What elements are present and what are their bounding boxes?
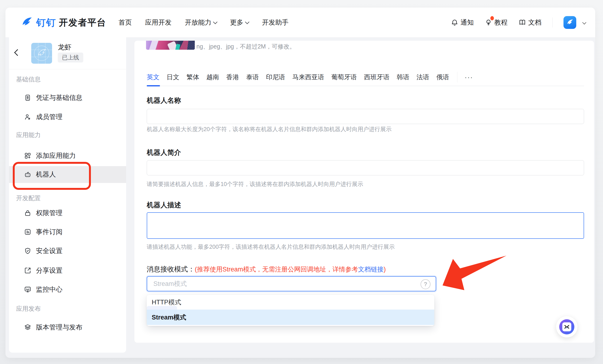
doc-link[interactable]: 文档链接 [358, 265, 384, 274]
layers-icon [24, 323, 32, 331]
robot-name-input[interactable] [147, 109, 584, 124]
wing-watermark-icon [36, 48, 47, 59]
lock-icon [24, 209, 32, 217]
tab-russian[interactable]: 俄语 [436, 73, 449, 82]
robot-icon [24, 170, 32, 178]
help-icon[interactable]: ? [420, 279, 430, 289]
tab-french[interactable]: 法语 [417, 73, 429, 82]
message-mode-label: 消息接收模式： [147, 265, 195, 274]
top-navbar: 钉钉 开发者平台 首页 应用开发 开放能力 更多 开发助手 通知 [5, 8, 595, 38]
robot-avatar-image[interactable] [146, 41, 195, 50]
message-mode-note-close: ) [384, 266, 386, 273]
nav-item-app-dev[interactable]: 应用开发 [145, 18, 172, 27]
sidebar-app-header: 龙虾 已上线 [9, 37, 126, 69]
brand-name: 钉钉 [36, 16, 56, 29]
robot-description-label: 机器人描述 [147, 200, 181, 210]
robot-name-helper: 机器人名称最大长度为20个字符，该名称将在机器人名片信息和群内添加机器人时向用户… [147, 125, 392, 133]
nav-item-open-capability[interactable]: 开放能力 [185, 18, 217, 27]
main-content-card: ng、jpeg、jpg，不超过2M，可修改。 英文 日文 繁体 越南 香港 泰语… [134, 41, 594, 343]
app-status-badge: 已上线 [58, 53, 83, 62]
sidebar-item-security[interactable]: 安全设置 [9, 243, 126, 258]
notification-dot [490, 16, 494, 20]
customer-service-widget[interactable] [556, 316, 578, 338]
select-placeholder: Stream模式 [153, 280, 187, 288]
sidebar-item-share-settings[interactable]: 分享设置 [9, 263, 126, 278]
account-caret-icon[interactable] [582, 21, 586, 25]
tab-japanese[interactable]: 日文 [167, 73, 179, 82]
tab-portuguese[interactable]: 葡萄牙语 [331, 73, 357, 82]
back-chevron-icon[interactable] [14, 49, 21, 56]
app-window: 钉钉 开发者平台 首页 应用开发 开放能力 更多 开发助手 通知 [5, 8, 595, 358]
share-icon [24, 267, 32, 275]
tab-korean[interactable]: 韩语 [397, 73, 409, 82]
tab-indonesian[interactable]: 印尼语 [266, 73, 285, 82]
brand-suffix: 开发者平台 [59, 17, 106, 29]
notifications-button[interactable]: 通知 [451, 18, 474, 27]
sidebar-item-robot[interactable]: 机器人 [9, 167, 126, 182]
robot-intro-label: 机器人简介 [147, 148, 181, 157]
sidebar-item-version-release[interactable]: 版本管理与发布 [9, 320, 126, 335]
tab-english[interactable]: 英文 [147, 73, 160, 82]
app-name: 龙虾 [58, 43, 71, 52]
message-mode-select[interactable]: Stream模式 ? [147, 276, 436, 291]
tab-traditional[interactable]: 繁体 [186, 73, 199, 82]
language-tabs: 英文 日文 繁体 越南 香港 泰语 印尼语 马来西亚语 葡萄牙语 西班牙语 韩语… [147, 69, 584, 86]
robot-intro-input[interactable] [147, 160, 584, 175]
option-http-mode[interactable]: HTTP模式 [147, 295, 434, 310]
robot-intro-helper: 请简要描述机器人信息，最多10个字符，该描述将在群内添加机器人时向用户进行展示 [147, 180, 363, 188]
active-tab-indicator [147, 85, 160, 86]
chevron-down-icon [213, 20, 217, 24]
tutorial-button[interactable]: 教程 [485, 18, 508, 27]
monitor-chart-icon [24, 285, 32, 294]
add-capability-icon [24, 152, 32, 160]
book-icon [519, 19, 526, 26]
section-app-release: 应用发布 [16, 305, 41, 313]
docs-button[interactable]: 文档 [519, 18, 542, 27]
members-icon [24, 113, 32, 121]
avatar-upload-note: ng、jpeg、jpg，不超过2M，可修改。 [197, 43, 295, 50]
robot-description-helper: 请描述机器人功能，最多200字符，该描述将在机器人名片信息和群内添加机器人时向用… [147, 243, 395, 251]
nav-item-more[interactable]: 更多 [230, 18, 249, 27]
tab-thai[interactable]: 泰语 [246, 73, 259, 82]
widget-gradient-ring [559, 319, 574, 334]
divider [552, 18, 553, 27]
nav-item-home[interactable]: 首页 [118, 18, 132, 27]
sidebar-item-credentials[interactable]: 凭证与基础信息 [9, 90, 126, 105]
section-app-capability: 应用能力 [16, 131, 41, 139]
option-stream-mode[interactable]: Stream模式 [147, 310, 434, 325]
tab-malay[interactable]: 马来西亚语 [292, 73, 324, 82]
sidebar-item-members[interactable]: 成员管理 [9, 109, 126, 125]
section-dev-config: 开发配置 [16, 194, 41, 202]
shield-check-icon [24, 247, 32, 255]
tabs-more-button[interactable]: ··· [464, 73, 473, 81]
message-mode-row: 消息接收模式： (推荐使用Stream模式，无需注册公网回调地址，详情参考 文档… [147, 265, 386, 274]
sidebar-item-monitor[interactable]: 监控中心 [9, 282, 126, 297]
sidebar-item-event-subscription[interactable]: 事件订阅 [9, 224, 126, 239]
message-mode-dropdown: HTTP模式 Stream模式 [147, 295, 434, 326]
tab-hongkong[interactable]: 香港 [226, 73, 239, 82]
sidebar-item-permissions[interactable]: 权限管理 [9, 205, 126, 221]
tab-spanish[interactable]: 西班牙语 [364, 73, 390, 82]
rss-icon [24, 228, 32, 236]
message-mode-note: (推荐使用Stream模式，无需注册公网回调地址，详情参考 [195, 265, 358, 274]
chevron-down-icon [245, 20, 249, 24]
section-basic-info: 基础信息 [16, 75, 41, 83]
sidebar: 龙虾 已上线 基础信息 凭证与基础信息 成员管理 应用能力 [9, 37, 126, 353]
robot-name-label: 机器人名称 [147, 96, 181, 105]
dingtalk-wing-icon [566, 18, 574, 26]
bell-icon [451, 19, 458, 26]
tabs-separator [457, 72, 457, 82]
logo[interactable]: 钉钉 开发者平台 [20, 16, 106, 29]
tab-vietnamese[interactable]: 越南 [206, 73, 219, 82]
nav-menu: 首页 应用开发 开放能力 更多 开发助手 [118, 18, 289, 27]
robot-description-textarea[interactable] [147, 212, 584, 239]
user-avatar[interactable] [564, 16, 576, 29]
page: 钉钉 开发者平台 首页 应用开发 开放能力 更多 开发助手 通知 [0, 0, 603, 364]
dingtalk-wing-icon [20, 16, 33, 29]
widget-logo-icon [562, 322, 571, 331]
sidebar-item-add-capability[interactable]: 添加应用能力 [9, 148, 126, 163]
nav-right: 通知 教程 文档 [451, 16, 586, 29]
credential-icon [24, 94, 32, 102]
app-avatar [31, 43, 52, 64]
nav-item-dev-assistant[interactable]: 开发助手 [262, 18, 289, 27]
